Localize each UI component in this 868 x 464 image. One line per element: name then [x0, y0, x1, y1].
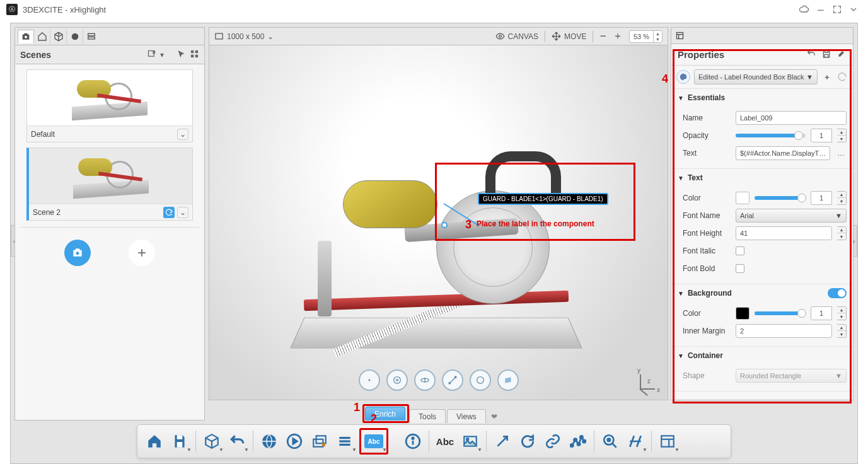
- svg-point-16: [393, 377, 400, 384]
- layers-tab-icon[interactable]: [83, 30, 100, 44]
- svg-point-41: [570, 444, 573, 446]
- view-line-icon[interactable]: [442, 369, 463, 391]
- sphere-tab-icon[interactable]: [67, 30, 83, 44]
- cloud-icon[interactable]: [796, 1, 813, 18]
- bg-color-stepper[interactable]: ▲▼: [837, 306, 847, 320]
- properties-tab-icon[interactable]: [671, 28, 853, 44]
- app-logo-icon: Ⓐ: [6, 4, 18, 15]
- play-button[interactable]: [284, 431, 305, 452]
- fontname-dropdown[interactable]: Arial▼: [736, 209, 847, 223]
- text-color-value[interactable]: 1: [811, 191, 832, 205]
- style-dropdown[interactable]: Edited - Label Rounded Box Black ▼: [694, 69, 818, 84]
- label-callout[interactable]: GUARD - BLADE1<1>(GUARD - BLADE1): [478, 193, 608, 205]
- zoom-value-box[interactable]: 53 % ▲▼: [629, 30, 663, 43]
- view-turntable-icon[interactable]: [414, 369, 436, 391]
- sync-icon[interactable]: [163, 207, 175, 218]
- camera-tab-icon[interactable]: [18, 30, 34, 44]
- cursor-icon[interactable]: [176, 49, 186, 61]
- text-color-stepper[interactable]: ▲▼: [837, 191, 847, 205]
- scene-dropdown-icon[interactable]: ⌄: [177, 129, 188, 140]
- bold-checkbox[interactable]: [736, 264, 744, 273]
- cube-tab-icon[interactable]: [50, 30, 67, 44]
- scene-card[interactable]: Scene 2 ⌄: [26, 148, 193, 221]
- zoom-out-button[interactable]: −: [599, 30, 606, 43]
- prop-name-input[interactable]: Label_009: [736, 111, 847, 125]
- fontheight-stepper[interactable]: ▲▼: [837, 226, 847, 240]
- prop-text-input[interactable]: $(##Actor.Name.DisplayT…: [736, 146, 830, 160]
- inspect-tool-button[interactable]: [599, 431, 621, 452]
- link-tool-button[interactable]: [542, 431, 564, 452]
- grid-icon[interactable]: [190, 49, 199, 61]
- section-header[interactable]: ▼Essentials: [671, 89, 853, 107]
- section-header[interactable]: ▼Background: [671, 284, 853, 302]
- background-toggle[interactable]: [828, 288, 847, 298]
- scene-card[interactable]: Default ⌄: [26, 69, 193, 142]
- text-color-slider[interactable]: [755, 196, 806, 200]
- info-button[interactable]: [402, 431, 424, 452]
- add-scene-button[interactable]: [129, 240, 155, 266]
- move-mode-toggle[interactable]: MOVE: [552, 32, 586, 41]
- bg-color-value[interactable]: 1: [811, 306, 832, 320]
- add-style-button[interactable]: ＋: [821, 71, 833, 83]
- viewport[interactable]: GUARD - BLADE1<1>(GUARD - BLADE1) 3 Plac…: [209, 45, 668, 400]
- capture-scene-button[interactable]: [64, 240, 91, 266]
- properties-title: Properties: [678, 49, 724, 60]
- polyline-tool-button[interactable]: [567, 431, 589, 452]
- view-plane-icon[interactable]: [497, 369, 519, 391]
- tab-tools[interactable]: Tools: [409, 409, 446, 423]
- opacity-value[interactable]: 1: [811, 129, 832, 142]
- tab-views[interactable]: Views: [447, 409, 486, 423]
- opacity-stepper[interactable]: ▲▼: [837, 129, 847, 142]
- save-button[interactable]: ▼: [169, 431, 190, 452]
- prop-opacity-label: Opacity: [683, 131, 731, 140]
- label-anchor-dot[interactable]: [441, 222, 448, 228]
- image-tool-button[interactable]: ▼: [460, 431, 481, 452]
- fontheight-input[interactable]: 41: [736, 226, 832, 240]
- bg-color-swatch[interactable]: [736, 307, 749, 320]
- list-button[interactable]: ▼: [334, 431, 356, 452]
- save-icon[interactable]: [821, 49, 831, 61]
- svg-point-43: [577, 443, 580, 445]
- svg-rect-8: [191, 54, 194, 57]
- text-more-button[interactable]: …: [835, 149, 847, 158]
- svg-point-14: [499, 35, 501, 38]
- opacity-slider[interactable]: [736, 134, 806, 137]
- text-tool-button[interactable]: Abc: [434, 431, 456, 452]
- view-fit-icon[interactable]: [359, 369, 380, 391]
- section-header[interactable]: ▼Text: [671, 169, 853, 187]
- arrow-tool-button[interactable]: [492, 431, 513, 452]
- italic-checkbox[interactable]: [736, 246, 744, 255]
- view-target-icon[interactable]: [386, 369, 408, 391]
- canvas-mode-toggle[interactable]: CANVAS: [495, 32, 538, 41]
- maximize-button[interactable]: [829, 1, 845, 18]
- chevron-down-icon[interactable]: ▾: [160, 50, 164, 59]
- shape-dropdown[interactable]: Rounded Rectangle▼: [736, 369, 847, 383]
- undo-icon[interactable]: [806, 49, 816, 61]
- scene-dropdown-icon[interactable]: ⌄: [177, 207, 188, 218]
- export-icon[interactable]: [147, 49, 156, 61]
- measure-tool-button[interactable]: ▼: [625, 431, 646, 452]
- home-tab-icon[interactable]: [34, 30, 50, 44]
- swap-button[interactable]: [309, 431, 330, 452]
- globe-button[interactable]: [258, 431, 280, 452]
- canvas-res-box[interactable]: 1000 x 500 ⌄: [214, 32, 274, 41]
- text-color-swatch[interactable]: [736, 192, 749, 204]
- chevron-down-button[interactable]: [845, 1, 862, 18]
- margin-input[interactable]: 2: [736, 324, 832, 338]
- brush-icon[interactable]: [836, 49, 847, 61]
- view-circle-icon[interactable]: [470, 369, 491, 391]
- section-header[interactable]: ▼Container: [671, 347, 853, 364]
- revolve-tool-button[interactable]: [517, 431, 538, 452]
- bg-color-slider[interactable]: [755, 311, 806, 315]
- package-button[interactable]: ▼: [201, 431, 223, 452]
- undo-button[interactable]: ▼: [226, 431, 248, 452]
- zoom-stepper[interactable]: ▲▼: [653, 31, 662, 42]
- label-tool-button[interactable]: Abc ▼: [362, 431, 386, 452]
- zoom-in-button[interactable]: ＋: [613, 30, 623, 43]
- tabs-more-icon[interactable]: ❤: [487, 410, 501, 423]
- cycle-style-icon[interactable]: [836, 71, 848, 83]
- minimize-button[interactable]: [813, 1, 829, 18]
- properties-layout-button[interactable]: ▼: [657, 431, 678, 452]
- margin-stepper[interactable]: ▲▼: [837, 324, 847, 338]
- home-button[interactable]: [144, 431, 165, 452]
